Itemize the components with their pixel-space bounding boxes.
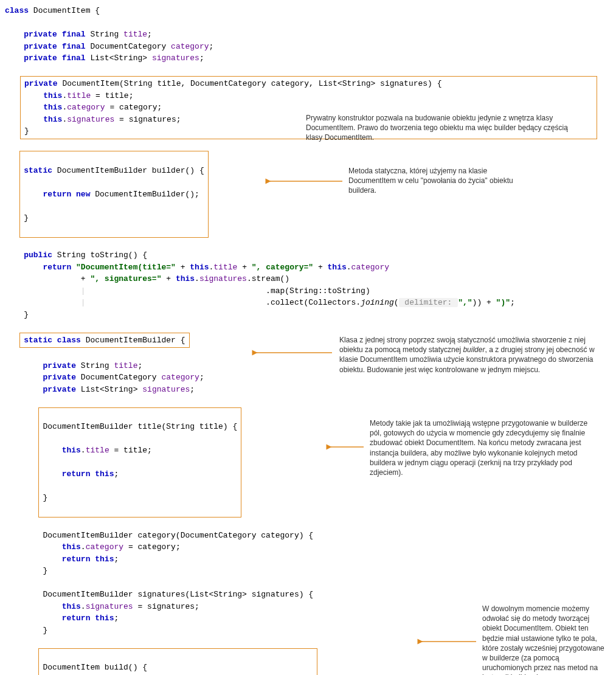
box-method-title: DocumentItemBuilder title(String title) … — [38, 407, 241, 518]
tostring-l4: | .collect(Collectors.joining( delimiter… — [5, 297, 611, 309]
box-builder-class: static class DocumentItemBuilder { — [19, 333, 189, 348]
box-method-build: DocumentItem build() { return new Docume… — [38, 648, 317, 676]
tostring-sig: public String toString() { — [5, 249, 611, 261]
line-class-decl: class DocumentItem { — [5, 5, 611, 17]
code-page: class DocumentItem { private final Strin… — [5, 5, 611, 675]
annotation-title-method: Metody takie jak ta umożliwiają wstępne … — [370, 418, 601, 477]
annotation-build-method: W dowolnym momencie możemy odwołać się d… — [482, 604, 610, 675]
m-cat-body1: this.category = category; — [5, 541, 611, 553]
builder-return: return new DocumentItemBuilder(); — [24, 189, 204, 201]
bfield-signatures: private List<String> signatures; — [5, 384, 611, 396]
tostring-l3: | .map(String::toString) — [5, 285, 611, 297]
blank-line — [5, 64, 611, 77]
tostring-l2: + ", signatures=" + this.signatures.stre… — [5, 273, 611, 285]
blank-line — [5, 395, 611, 407]
m-cat-close: } — [5, 565, 611, 577]
m-title-sig: DocumentItemBuilder title(String title) … — [43, 421, 237, 433]
blank-line — [5, 320, 611, 333]
blank-line — [5, 238, 611, 250]
builder-sig: static DocumentItemBuilder builder() { — [24, 165, 204, 177]
annotation-builder-class: Klasa z jednej strony poprzez swoją stat… — [339, 335, 595, 375]
kw-class: class — [5, 6, 29, 15]
field-signatures: private final List<String> signatures; — [5, 52, 611, 64]
parameter-hint: delimiter: — [399, 298, 459, 307]
ctor-l2: this.category = category; — [24, 102, 593, 114]
annotation-constructor: Prywatny konstruktor pozwala na budowani… — [306, 113, 586, 143]
m-sig-sig: DocumentItemBuilder signatures(List<Stri… — [5, 589, 611, 601]
m-build-sig: DocumentItem build() { — [43, 662, 313, 674]
field-category: private final DocumentCategory category; — [5, 41, 611, 53]
annotation-builder-method: Metoda statyczna, której użyjemy na klas… — [348, 166, 531, 196]
class-name: DocumentItem — [33, 6, 91, 15]
field-title: private final String title; — [5, 29, 611, 41]
tostring-close: } — [5, 309, 611, 321]
tostring-l1: return "DocumentItem(title=" + this.titl… — [5, 261, 611, 274]
box-builder-method: static DocumentItemBuilder builder() { r… — [19, 151, 208, 238]
ctor-l1: this.title = title; — [24, 90, 593, 102]
ctor-sig: private DocumentItem(String title, Docum… — [24, 78, 593, 90]
m-title-body1: this.title = title; — [43, 445, 237, 457]
m-title-close: } — [43, 492, 237, 504]
m-cat-sig: DocumentItemBuilder category(DocumentCat… — [5, 530, 611, 542]
m-title-body2: return this; — [43, 468, 237, 480]
blank-line — [5, 577, 611, 589]
blank-line — [5, 518, 611, 530]
blank-line — [5, 17, 611, 29]
m-cat-body2: return this; — [5, 553, 611, 566]
builder-close: } — [24, 212, 204, 224]
